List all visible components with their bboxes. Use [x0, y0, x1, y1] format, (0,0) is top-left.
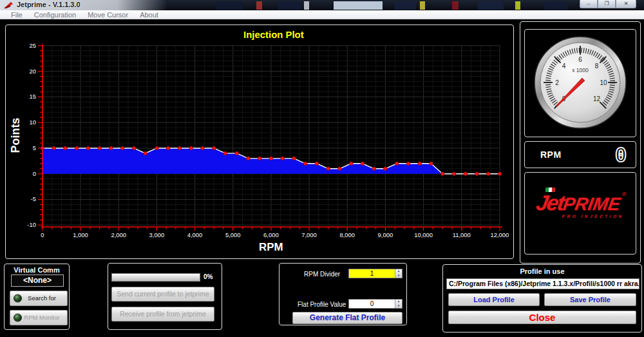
data-point-marker[interactable] [349, 162, 353, 166]
rpm-display-panel: RPM 0 [524, 141, 636, 168]
restore-button[interactable]: ❐ [598, 0, 616, 8]
flat-profile-value[interactable]: 0 [349, 300, 395, 308]
data-point-marker[interactable] [41, 146, 44, 150]
data-point-marker[interactable] [75, 146, 79, 150]
menu-move-cursor[interactable]: Move Cursor [82, 11, 134, 19]
svg-text:4: 4 [562, 63, 566, 70]
monitor-status-led-icon [14, 314, 22, 322]
tachometer-gauge: 0 2 4 6 8 10 12 x 1000 [525, 30, 636, 137]
profile-path-field[interactable]: C:/Program Files (x86)/Jetprime 1.1.3.x/… [446, 278, 639, 289]
data-point-marker[interactable] [384, 167, 388, 171]
svg-text:5: 5 [33, 144, 36, 151]
spin-down-icon[interactable]: ▼ [395, 274, 402, 278]
data-point-marker[interactable] [486, 172, 490, 176]
data-point-marker[interactable] [223, 151, 227, 155]
data-point-marker[interactable] [440, 172, 444, 176]
rpm-display-value: 0 [615, 144, 627, 166]
svg-text:5,000: 5,000 [225, 231, 241, 238]
background-window-fragment [334, 1, 383, 10]
data-point-marker[interactable] [166, 146, 170, 150]
svg-text:6: 6 [578, 56, 582, 63]
close-button[interactable]: Close [448, 311, 636, 324]
flat-profile-value-label: Flat Profile Value [298, 301, 346, 308]
menu-about[interactable]: About [134, 11, 164, 19]
data-point-marker[interactable] [281, 157, 285, 160]
background-window-fragment [478, 1, 504, 10]
data-point-marker[interactable] [327, 167, 330, 171]
data-point-marker[interactable] [247, 157, 251, 160]
close-window-button[interactable]: ✕ [616, 0, 636, 8]
svg-text:-5: -5 [31, 195, 36, 202]
data-point-marker[interactable] [418, 162, 422, 166]
svg-text:6,000: 6,000 [263, 231, 279, 238]
send-profile-button[interactable]: Send current profile to jetprime [111, 287, 214, 302]
data-point-marker[interactable] [315, 162, 319, 166]
background-window-fragment [278, 1, 301, 10]
logo-subtitle: PRO INJECTION [522, 214, 634, 218]
menu-configuration[interactable]: Configuration [28, 11, 82, 19]
italian-flag-icon [545, 188, 555, 192]
data-point-marker[interactable] [464, 172, 468, 176]
generate-flat-profile-button[interactable]: Generate Flat Profile [292, 312, 402, 324]
data-point-marker[interactable] [292, 157, 296, 160]
data-point-marker[interactable] [212, 146, 216, 150]
data-point-marker[interactable] [430, 162, 433, 166]
rpm-gauge-panel: 0 2 4 6 8 10 12 x 1000 [524, 29, 636, 137]
data-point-marker[interactable] [120, 146, 124, 150]
transfer-progress-percent: 0% [204, 273, 213, 280]
data-point-marker[interactable] [372, 167, 376, 171]
chart-axes [38, 44, 502, 231]
rpm-divider-value[interactable]: 1 [349, 269, 395, 278]
data-point-marker[interactable] [52, 146, 56, 150]
rpm-display-label: RPM [540, 149, 562, 160]
jetprime-app-icon [4, 2, 13, 8]
data-point-marker[interactable] [498, 172, 502, 176]
jetprime-window: Jetprime - V.1.1.3.0 – ❐ ✕ File Configur… [0, 0, 644, 337]
load-profile-button[interactable]: Load Profile [448, 293, 540, 306]
search-for-jetprime-button[interactable]: Search for Jetprime [10, 291, 68, 306]
data-point-marker[interactable] [303, 162, 307, 166]
svg-text:20: 20 [29, 68, 36, 75]
data-point-marker[interactable] [144, 151, 147, 155]
data-point-marker[interactable] [86, 146, 90, 150]
transfer-panel: 0% Send current profile to jetprime Rece… [108, 263, 222, 330]
data-point-marker[interactable] [155, 146, 159, 150]
comm-port-select[interactable]: <None> [11, 274, 64, 287]
window-controls: – ❐ ✕ [580, 0, 636, 8]
rpm-divider-panel: RPM Divider 1 ▲▼ Flat Profile Value 0 ▲▼… [279, 263, 407, 325]
data-point-marker[interactable] [64, 146, 68, 150]
data-point-marker[interactable] [361, 162, 365, 166]
receive-profile-button[interactable]: Receive profile from jetprime [111, 307, 214, 322]
data-point-marker[interactable] [406, 162, 410, 166]
data-point-marker[interactable] [132, 146, 136, 150]
data-point-marker[interactable] [395, 162, 399, 166]
svg-text:0: 0 [33, 170, 36, 177]
data-point-marker[interactable] [235, 151, 239, 155]
injection-plot-panel: 01,0002,0003,0004,0005,0006,0007,0008,00… [5, 24, 514, 259]
data-point-marker[interactable] [269, 157, 273, 160]
virtual-comm-panel: Virtual Comm <None> Search for Jetprime … [4, 264, 70, 330]
data-point-marker[interactable] [98, 146, 102, 150]
save-profile-button[interactable]: Save Profile [544, 293, 636, 306]
profile-in-use-panel: Profile in use C:/Program Files (x86)/Je… [442, 264, 642, 332]
spin-down-icon[interactable]: ▼ [395, 304, 402, 309]
minimize-button[interactable]: – [580, 0, 598, 8]
rpm-monitor-button[interactable]: RPM Monitor [10, 310, 68, 325]
data-point-marker[interactable] [109, 146, 113, 150]
data-point-marker[interactable] [258, 157, 261, 160]
data-point-marker[interactable] [178, 146, 182, 150]
data-point-marker[interactable] [452, 172, 456, 176]
data-point-marker[interactable] [201, 146, 205, 150]
rpm-divider-spin-buttons[interactable]: ▲▼ [395, 269, 402, 278]
data-point-marker[interactable] [475, 172, 479, 176]
data-point-marker[interactable] [189, 146, 193, 150]
menu-file[interactable]: File [5, 11, 28, 19]
x-axis-title: RPM [259, 241, 283, 253]
injection-plot-chart[interactable]: 01,0002,0003,0004,0005,0006,0007,0008,00… [6, 25, 513, 258]
rpm-divider-stepper[interactable]: 1 ▲▼ [348, 269, 402, 278]
svg-text:1,000: 1,000 [73, 231, 88, 238]
data-point-marker[interactable] [338, 167, 342, 171]
flat-profile-value-stepper[interactable]: 0 ▲▼ [348, 299, 402, 309]
flat-profile-spin-buttons[interactable]: ▲▼ [395, 300, 402, 308]
svg-text:15: 15 [29, 93, 36, 100]
